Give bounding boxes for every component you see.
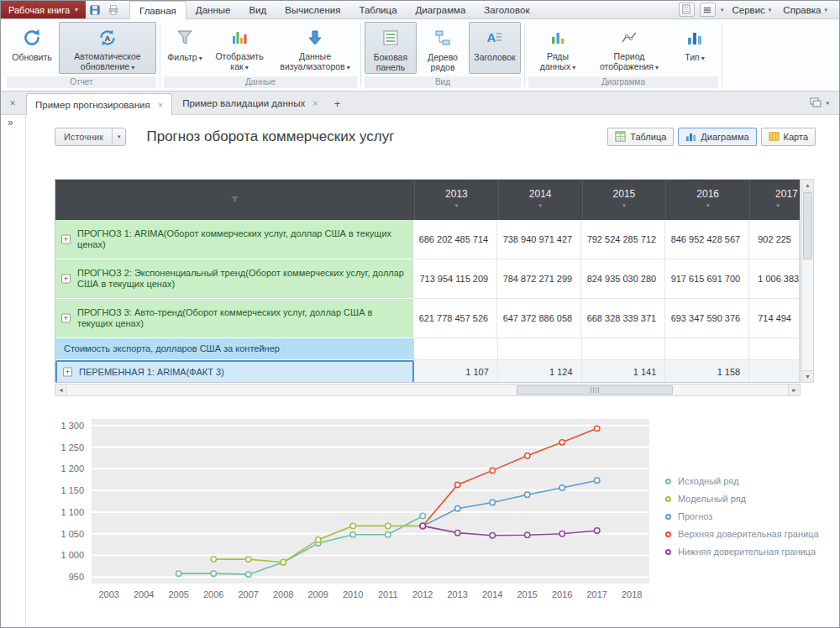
- ribbon-tab-home[interactable]: Главная: [129, 1, 186, 19]
- value-cell[interactable]: 792 524 285 712: [581, 220, 665, 259]
- value-cell[interactable]: [749, 360, 800, 383]
- row-label-cell[interactable]: +ПРОГНОЗ 3: Авто-тренд(Оборот коммерческ…: [55, 299, 413, 338]
- filter-icon[interactable]: [230, 192, 239, 207]
- side-panel-button[interactable]: Боковая панель: [365, 22, 417, 74]
- save-button[interactable]: [86, 1, 104, 18]
- scroll-right-icon[interactable]: ►: [788, 385, 800, 395]
- auto-refresh-button[interactable]: A Автоматическое обновление▾: [59, 22, 156, 74]
- column-filter-icon[interactable]: ▼: [454, 203, 459, 208]
- forecast-chart-svg[interactable]: 9501 0001 0501 1001 1501 2001 2501 30020…: [51, 412, 652, 607]
- year-column-header[interactable]: 2016▼: [665, 180, 749, 220]
- doc-tab-validation-example[interactable]: Пример валидации данных ×: [174, 92, 326, 114]
- row-label-cell[interactable]: +ПРОГНОЗ 2: Экспоненциальный тренд(Оборо…: [55, 259, 413, 299]
- tab-close-icon[interactable]: ×: [312, 98, 318, 108]
- expand-icon[interactable]: +: [63, 368, 72, 377]
- vertical-scroll-thumb[interactable]: [803, 192, 812, 259]
- year-column-header[interactable]: 2014▼: [498, 180, 582, 220]
- ribbon-tab-chart[interactable]: Диаграмма: [407, 1, 475, 18]
- chart-type-button[interactable]: Тип▾: [671, 22, 718, 74]
- ribbon-tab-header[interactable]: Заголовок: [475, 1, 538, 18]
- expand-icon[interactable]: +: [61, 314, 71, 323]
- source-dropdown-button[interactable]: Источник ▾: [55, 128, 126, 146]
- year-column-header[interactable]: 2015▼: [582, 180, 666, 220]
- value-cell[interactable]: [665, 338, 749, 360]
- value-cell[interactable]: 1 158: [665, 360, 749, 383]
- filter-button[interactable]: Фильтр▾: [164, 22, 206, 74]
- close-icon[interactable]: ×: [1, 92, 24, 114]
- column-filter-icon[interactable]: ▼: [538, 203, 543, 208]
- value-cell[interactable]: 846 952 428 567: [665, 220, 749, 259]
- expand-icon[interactable]: +: [61, 275, 71, 284]
- series-tree-button[interactable]: Дерево рядов: [418, 22, 467, 74]
- column-filter-icon[interactable]: ▼: [775, 203, 780, 208]
- value-cell[interactable]: 1 141: [582, 360, 666, 383]
- table-header-label-cell[interactable]: [55, 180, 414, 220]
- legend-item[interactable]: Верхняя доверительная граница: [665, 529, 819, 539]
- view-chart-button[interactable]: Диаграмма: [678, 128, 756, 146]
- scroll-down-icon[interactable]: ▼: [802, 370, 813, 382]
- expand-icon[interactable]: +: [61, 235, 71, 244]
- row-label-cell[interactable]: Стоимость экспорта, долларов США за конт…: [55, 338, 414, 360]
- value-cell[interactable]: 824 935 030 280: [581, 259, 665, 299]
- value-cell[interactable]: 902 225: [749, 220, 800, 259]
- year-column-header[interactable]: 2013▼: [414, 180, 498, 220]
- vertical-scrollbar[interactable]: ▲ ▼: [801, 179, 814, 383]
- ribbon-tab-table[interactable]: Таблица: [349, 1, 406, 18]
- value-cell[interactable]: 1 107: [414, 360, 498, 383]
- refresh-button[interactable]: Обновить: [7, 22, 57, 74]
- value-cell[interactable]: [414, 338, 498, 360]
- legend-item[interactable]: Нижняя доверительная граница: [665, 547, 819, 557]
- value-cell[interactable]: 738 940 971 427: [497, 220, 581, 259]
- row-label-cell[interactable]: +ПРОГНОЗ 1: ARIMA(Оборот коммерческих ус…: [55, 220, 413, 259]
- service-menu[interactable]: Сервис ▾: [728, 5, 774, 15]
- value-cell[interactable]: 621 778 457 526: [413, 299, 497, 338]
- data-series-button[interactable]: Ряды данных▾: [528, 22, 587, 74]
- chevron-down-icon[interactable]: ▾: [826, 100, 829, 107]
- ribbon-tab-view[interactable]: Вид: [239, 1, 276, 18]
- legend-item[interactable]: Прогноз: [665, 511, 819, 521]
- chevron-down-icon[interactable]: ▾: [112, 128, 126, 145]
- window-layout-button[interactable]: [679, 3, 695, 17]
- new-tab-button[interactable]: +: [327, 92, 349, 114]
- doc-tab-forecast-example[interactable]: Пример прогнозирования ×: [26, 93, 172, 115]
- ribbon-tab-data[interactable]: Данные: [186, 1, 240, 18]
- legend-item[interactable]: Исходный ряд: [665, 476, 819, 486]
- chevron-down-icon[interactable]: ▾: [721, 7, 724, 13]
- help-menu[interactable]: Справка ▾: [780, 5, 831, 15]
- window-list-button[interactable]: [700, 3, 716, 17]
- print-preview-button[interactable]: [104, 1, 123, 18]
- column-filter-icon[interactable]: ▼: [706, 203, 711, 208]
- value-cell[interactable]: 693 347 590 376: [665, 299, 749, 338]
- year-column-header[interactable]: 2017▼: [749, 180, 800, 220]
- expand-panel-icon[interactable]: »: [8, 117, 13, 128]
- display-period-button[interactable]: Период отображения▾: [589, 22, 669, 74]
- value-cell[interactable]: 686 202 485 714: [413, 220, 497, 259]
- horizontal-scrollbar[interactable]: ◄ ►: [55, 384, 801, 396]
- view-table-button[interactable]: Таблица: [607, 128, 674, 146]
- scroll-left-icon[interactable]: ◄: [55, 385, 67, 395]
- value-cell[interactable]: 1 006 383: [749, 259, 800, 299]
- value-cell[interactable]: 714 494: [749, 299, 800, 338]
- visualizer-data-button[interactable]: Данные визуализаторов▾: [273, 22, 357, 74]
- value-cell[interactable]: 1 124: [498, 360, 582, 383]
- value-cell[interactable]: [749, 338, 800, 360]
- value-cell[interactable]: 784 872 271 299: [497, 259, 581, 299]
- display-as-button[interactable]: Отобразить как▾: [207, 22, 271, 74]
- value-cell[interactable]: 668 328 339 371: [581, 299, 665, 338]
- value-cell[interactable]: [582, 338, 666, 360]
- legend-item[interactable]: Модельный ряд: [665, 494, 819, 504]
- value-cell[interactable]: 713 954 115 209: [413, 259, 497, 299]
- workbook-menu-button[interactable]: Рабочая книга ▾: [1, 1, 86, 18]
- value-cell[interactable]: [498, 338, 582, 360]
- tab-close-icon[interactable]: ×: [158, 100, 163, 110]
- value-cell[interactable]: 917 615 691 700: [665, 259, 749, 299]
- view-map-button[interactable]: Карта: [761, 128, 816, 146]
- scroll-up-icon[interactable]: ▲: [802, 180, 813, 191]
- ribbon-tab-calculations[interactable]: Вычисления: [276, 1, 349, 18]
- tab-list-icon[interactable]: [810, 96, 822, 111]
- value-cell[interactable]: 647 372 886 058: [497, 299, 581, 338]
- row-label-cell[interactable]: +ПЕРЕМЕННАЯ 1: ARIMA(ФАКТ 3): [55, 360, 414, 383]
- horizontal-scroll-thumb[interactable]: [517, 385, 673, 395]
- column-filter-icon[interactable]: ▼: [622, 203, 627, 208]
- header-toggle-button[interactable]: A Заголовок: [469, 22, 521, 74]
